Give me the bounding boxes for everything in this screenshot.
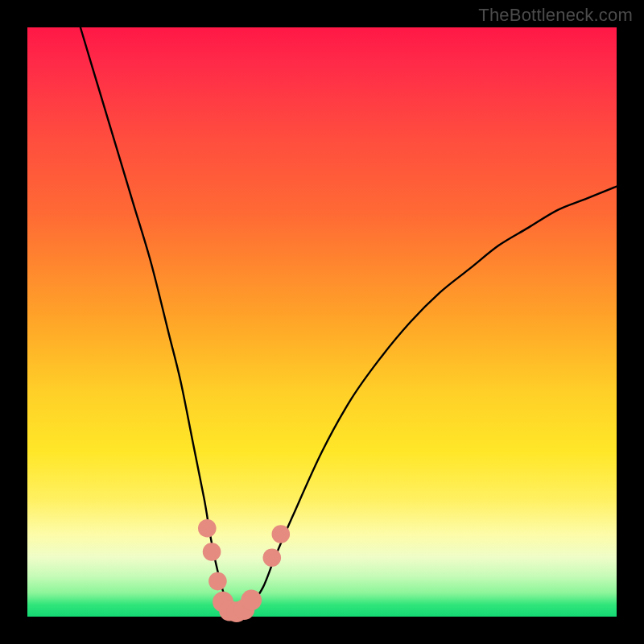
curve-marker	[241, 590, 262, 611]
chart-frame: TheBottleneck.com	[0, 0, 644, 644]
bottleneck-curve	[80, 27, 617, 611]
curve-marker	[263, 549, 282, 568]
watermark-text: TheBottleneck.com	[478, 5, 633, 26]
bottleneck-curve-svg	[27, 27, 617, 617]
curve-marker	[272, 525, 291, 543]
curve-marker	[198, 519, 217, 538]
curve-marker	[203, 543, 221, 561]
curve-marker	[208, 572, 227, 591]
curve-markers	[198, 519, 290, 622]
plot-area	[27, 27, 617, 617]
